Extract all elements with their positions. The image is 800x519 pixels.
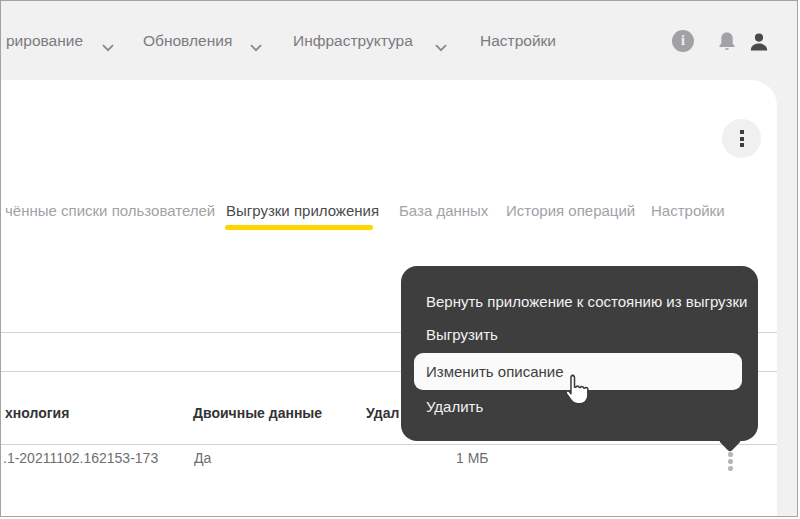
menu-item-export[interactable]: Выгрузить [426, 326, 498, 343]
menu-item-restore-app[interactable]: Вернуть приложение к состоянию из выгруз… [426, 293, 747, 310]
row-cell-version: .1-20211102.162153-173 [3, 450, 158, 466]
tab-app-exports[interactable]: Выгрузки приложения [226, 202, 379, 219]
nav-item-settings[interactable]: Настройки [480, 32, 556, 50]
column-header-technology: хнология [5, 405, 69, 421]
kebab-dot [740, 143, 744, 147]
info-icon[interactable]: i [672, 30, 696, 54]
row-cell-size: 1 МБ [456, 450, 489, 466]
kebab-dot [740, 130, 744, 134]
column-header-deleted: Удал [366, 405, 399, 421]
page-actions-kebab-button[interactable] [722, 119, 761, 158]
row-cell-binary-data: Да [194, 450, 211, 466]
menu-item-delete[interactable]: Удалить [426, 398, 483, 415]
chevron-down-icon [102, 38, 114, 56]
chevron-down-icon [250, 38, 262, 56]
menu-item-edit-description[interactable]: Изменить описание [426, 363, 564, 380]
column-header-binary-data: Двоичные данные [193, 405, 322, 421]
tab-settings[interactable]: Настройки [651, 202, 725, 219]
app-window: рирование Обновления Инфраструктура Наст… [0, 0, 798, 517]
nav-item-infrastructure[interactable]: Инфраструктура [293, 32, 413, 50]
user-icon[interactable] [747, 30, 771, 54]
kebab-dot [740, 137, 744, 141]
kebab-dot [728, 459, 733, 464]
tab-operations-history[interactable]: История операций [506, 202, 635, 219]
nav-item-updates[interactable]: Обновления [143, 32, 232, 50]
row-actions-kebab-button[interactable] [726, 450, 735, 473]
nav-item-administration[interactable]: рирование [6, 32, 83, 50]
table-header-border [1, 444, 777, 445]
kebab-dot [728, 466, 733, 471]
tab-database[interactable]: База данных [399, 202, 488, 219]
top-navigation-bar: рирование Обновления Инфраструктура Наст… [1, 1, 797, 80]
tab-user-lists[interactable]: чённые списки пользователей [5, 202, 215, 219]
active-tab-underline [225, 225, 373, 230]
kebab-dot [728, 452, 733, 457]
hand-cursor-icon [561, 373, 591, 411]
bell-icon[interactable] [715, 30, 739, 54]
chevron-down-icon [435, 38, 447, 56]
context-menu: Вернуть приложение к состоянию из выгруз… [401, 266, 758, 441]
